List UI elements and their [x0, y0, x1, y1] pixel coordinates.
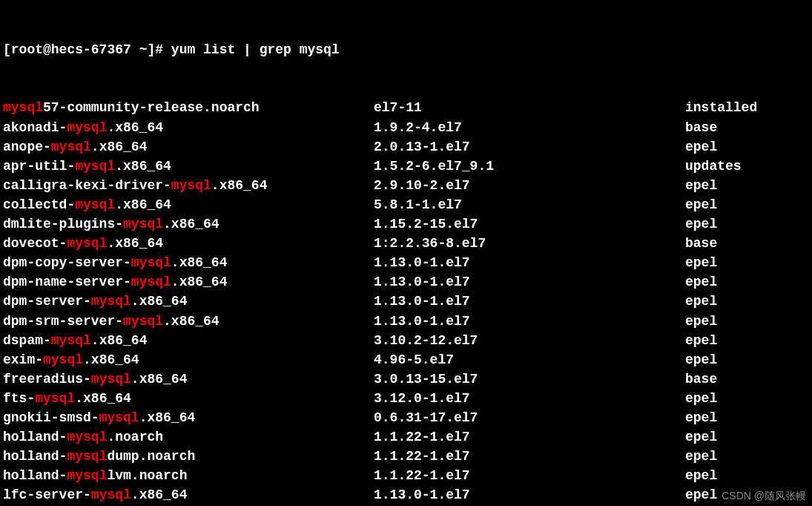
package-row: gnokii-smsd-mysql.x86_640.6.31-17.el7epe…	[3, 408, 809, 427]
package-name-prefix: gnokii-smsd-	[3, 410, 99, 425]
terminal-output: [root@hecs-67367 ~]# yum list | grep mys…	[3, 1, 809, 506]
grep-match: mysql	[67, 430, 107, 444]
package-repo: epel	[685, 466, 809, 485]
package-name: dspam-mysql.x86_64	[3, 331, 374, 350]
grep-match: mysql	[67, 449, 107, 464]
grep-match: mysql	[35, 391, 75, 406]
package-repo: epel	[685, 312, 809, 331]
package-repo: epel	[685, 176, 809, 195]
package-name: dpm-copy-server-mysql.x86_64	[3, 253, 374, 272]
package-name-suffix: .x86_64	[107, 120, 163, 135]
package-repo: epel	[685, 350, 809, 369]
package-name-suffix: .x86_64	[91, 139, 148, 154]
package-name-suffix: .x86_64	[171, 275, 228, 289]
package-version: 3.0.13-15.el7	[374, 369, 685, 389]
package-version: 1:2.2.36-8.el7	[374, 234, 685, 253]
package-repo: epel	[685, 427, 809, 447]
package-version: 3.10.2-12.el7	[374, 331, 685, 350]
package-name-suffix: .x86_64	[131, 487, 188, 502]
grep-match: mysql	[131, 275, 171, 289]
package-row: holland-mysqllvm.noarch1.1.22-1.el7epel	[3, 466, 809, 485]
package-row: collectd-mysql.x86_645.8.1-1.el7epel	[3, 195, 809, 214]
package-repo: epel	[685, 272, 809, 292]
package-row: anope-mysql.x86_642.0.13-1.el7epel	[3, 137, 809, 157]
grep-match: mysql	[67, 120, 107, 135]
watermark-text: CSDN @随风张幔	[722, 488, 806, 503]
package-row: holland-mysql.noarch1.1.22-1.el7epel	[3, 427, 809, 447]
package-name-prefix: fts-	[3, 391, 35, 406]
package-repo: epel	[685, 137, 809, 157]
package-name-prefix: dmlite-plugins-	[3, 217, 123, 231]
package-name-suffix: .x86_64	[139, 410, 196, 425]
package-name-prefix: dpm-srm-server-	[3, 314, 123, 329]
package-row: mysql57-community-release.noarchel7-11in…	[3, 98, 809, 117]
package-row: calligra-kexi-driver-mysql.x86_642.9.10-…	[3, 176, 809, 195]
package-repo: base	[685, 234, 809, 253]
package-name: dpm-name-server-mysql.x86_64	[3, 272, 374, 292]
package-name-suffix: .x86_64	[131, 294, 188, 309]
package-name-suffix: .x86_64	[163, 217, 219, 231]
grep-match: mysql	[75, 159, 115, 174]
package-version: 0.6.31-17.el7	[374, 408, 685, 427]
package-row: dpm-copy-server-mysql.x86_641.13.0-1.el7…	[3, 253, 809, 272]
package-name: anope-mysql.x86_64	[3, 137, 374, 157]
package-row: dpm-name-server-mysql.x86_641.13.0-1.el7…	[3, 272, 809, 292]
package-version: 1.1.22-1.el7	[374, 466, 685, 485]
grep-match: mysql	[171, 178, 211, 193]
package-row: exim-mysql.x86_644.96-5.el7epel	[3, 350, 809, 369]
package-row: akonadi-mysql.x86_641.9.2-4.el7base	[3, 118, 809, 137]
package-version: 2.0.13-1.el7	[374, 137, 685, 157]
package-name: holland-mysqldump.noarch	[3, 447, 374, 466]
package-name-prefix: dpm-name-server-	[3, 275, 131, 289]
grep-match: mysql	[3, 100, 43, 115]
package-version: 3.12.0-1.el7	[374, 389, 685, 408]
grep-match: mysql	[99, 410, 139, 425]
package-version: 1.1.22-1.el7	[374, 447, 685, 466]
package-name-prefix: apr-util-	[3, 159, 75, 174]
package-name-suffix: .x86_64	[171, 255, 228, 270]
package-name-suffix: .x86_64	[163, 314, 219, 329]
package-name-prefix: dspam-	[3, 333, 51, 348]
package-name-prefix: collectd-	[3, 197, 75, 212]
package-version: 5.8.1-1.el7	[374, 195, 685, 214]
package-name: dpm-srm-server-mysql.x86_64	[3, 312, 374, 331]
package-name-suffix: .x86_64	[115, 197, 171, 212]
package-name-suffix: lvm.noarch	[107, 468, 187, 483]
package-repo: base	[685, 369, 809, 389]
package-name-suffix: .x86_64	[211, 178, 268, 193]
package-name-suffix: .x86_64	[115, 159, 171, 174]
grep-match: mysql	[75, 197, 115, 212]
package-name: freeradius-mysql.x86_64	[3, 369, 374, 389]
package-name: dpm-server-mysql.x86_64	[3, 292, 374, 311]
package-name-prefix: exim-	[3, 352, 43, 367]
command-prompt-line: [root@hecs-67367 ~]# yum list | grep mys…	[3, 40, 809, 59]
package-version: 1.1.22-1.el7	[374, 427, 685, 447]
package-name-suffix: .x86_64	[91, 333, 148, 348]
package-name-prefix: dpm-server-	[3, 294, 91, 309]
grep-match: mysql	[91, 487, 131, 502]
package-version: 1.9.2-4.el7	[374, 118, 685, 137]
package-name-suffix: dump.noarch	[107, 449, 195, 464]
package-repo: epel	[685, 408, 809, 427]
package-name: gnokii-smsd-mysql.x86_64	[3, 408, 374, 427]
package-row: dovecot-mysql.x86_641:2.2.36-8.el7base	[3, 234, 809, 253]
package-repo: epel	[685, 292, 809, 311]
grep-match: mysql	[51, 333, 91, 348]
package-repo: epel	[685, 195, 809, 214]
package-name-suffix: .x86_64	[75, 391, 131, 406]
package-name-suffix: 57-community-release.noarch	[43, 100, 260, 115]
package-name: mysql57-community-release.noarch	[3, 98, 374, 117]
package-name: holland-mysql.noarch	[3, 427, 374, 447]
grep-match: mysql	[91, 294, 131, 309]
package-name: akonadi-mysql.x86_64	[3, 118, 374, 137]
package-row: holland-mysqldump.noarch1.1.22-1.el7epel	[3, 447, 809, 466]
package-name: dmlite-plugins-mysql.x86_64	[3, 214, 374, 234]
grep-match: mysql	[123, 217, 163, 231]
package-version: 1.13.0-1.el7	[374, 272, 685, 292]
package-row: fts-mysql.x86_643.12.0-1.el7epel	[3, 389, 809, 408]
package-name-prefix: anope-	[3, 139, 51, 154]
package-list: mysql57-community-release.noarchel7-11in…	[3, 98, 809, 506]
grep-match: mysql	[67, 236, 107, 251]
grep-match: mysql	[67, 468, 107, 483]
package-row: freeradius-mysql.x86_643.0.13-15.el7base	[3, 369, 809, 389]
